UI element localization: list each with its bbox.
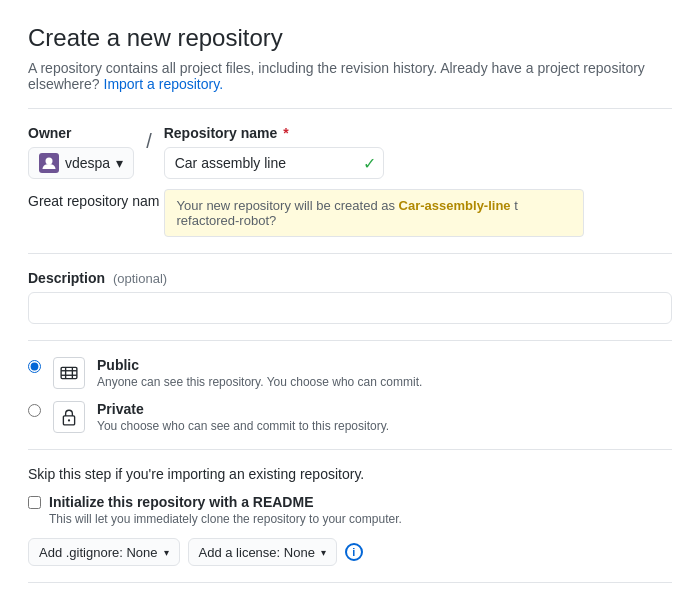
public-desc: Anyone can see this repository. You choo… [97,375,422,389]
public-option: Public Anyone can see this repository. Y… [28,357,672,389]
tooltip-box: Your new repository will be created as C… [164,189,584,237]
owner-name: vdespa [65,155,110,171]
owner-avatar [39,153,59,173]
checkmark-icon: ✓ [363,154,376,173]
description-label: Description (optional) [28,270,672,286]
divider-desc [28,253,672,254]
private-radio[interactable] [28,404,41,417]
optional-label: (optional) [113,271,167,286]
license-label: Add a license: None [199,545,315,560]
private-title: Private [97,401,389,417]
public-icon [53,357,85,389]
gitignore-chevron-icon: ▾ [164,547,169,558]
divider-top [28,108,672,109]
repo-name-label: Repository name * [164,125,384,141]
required-marker: * [283,125,288,141]
public-title: Public [97,357,422,373]
page-title: Create a new repository [28,24,672,52]
private-text: Private You choose who can see and commi… [97,401,389,433]
private-desc: You choose who can see and commit to thi… [97,419,389,433]
tooltip-highlighted: Car-assembly-line [399,198,511,213]
import-link[interactable]: Import a repository. [104,76,224,92]
divider-init [28,449,672,450]
visibility-section: Public Anyone can see this repository. Y… [28,357,672,433]
description-section: Description (optional) [28,270,672,324]
slash-separator: / [142,125,156,157]
skip-text: Skip this step if you're importing an ex… [28,466,672,482]
public-text: Public Anyone can see this repository. Y… [97,357,422,389]
owner-field-group: Owner vdespa ▾ [28,125,134,179]
owner-repo-row: Owner vdespa ▾ / Repository name * ✓ [28,125,672,179]
private-option: Private You choose who can see and commi… [28,401,672,433]
great-name-label: Great repository nam [28,187,160,209]
great-name-row: Great repository nam Your new repository… [28,187,672,237]
private-icon [53,401,85,433]
repo-name-field-group: Repository name * ✓ [164,125,384,179]
tooltip-prefix: Your new repository will be created as [177,198,399,213]
svg-point-7 [68,419,70,421]
divider-bottom [28,582,672,583]
page-subtitle: A repository contains all project files,… [28,60,672,92]
owner-chevron-icon: ▾ [116,155,123,171]
owner-select[interactable]: vdespa ▾ [28,147,134,179]
license-chevron-icon: ▾ [321,547,326,558]
description-input[interactable] [28,292,672,324]
readme-desc: This will let you immediately clone the … [49,512,402,526]
readme-checkbox[interactable] [28,496,41,509]
readme-text: Initialize this repository with a README… [49,494,402,526]
dropdowns-row: Add .gitignore: None ▾ Add a license: No… [28,538,672,566]
owner-label: Owner [28,125,134,141]
info-icon[interactable]: i [345,543,363,561]
divider-visibility [28,340,672,341]
skip-section: Skip this step if you're importing an ex… [28,466,672,566]
repo-name-wrapper: ✓ [164,147,384,179]
readme-title: Initialize this repository with a README [49,494,402,510]
svg-point-0 [46,158,53,165]
license-dropdown[interactable]: Add a license: None ▾ [188,538,337,566]
readme-checkbox-row: Initialize this repository with a README… [28,494,672,526]
svg-rect-1 [61,367,77,378]
public-radio[interactable] [28,360,41,373]
gitignore-dropdown[interactable]: Add .gitignore: None ▾ [28,538,180,566]
repo-name-input[interactable] [164,147,384,179]
gitignore-label: Add .gitignore: None [39,545,158,560]
